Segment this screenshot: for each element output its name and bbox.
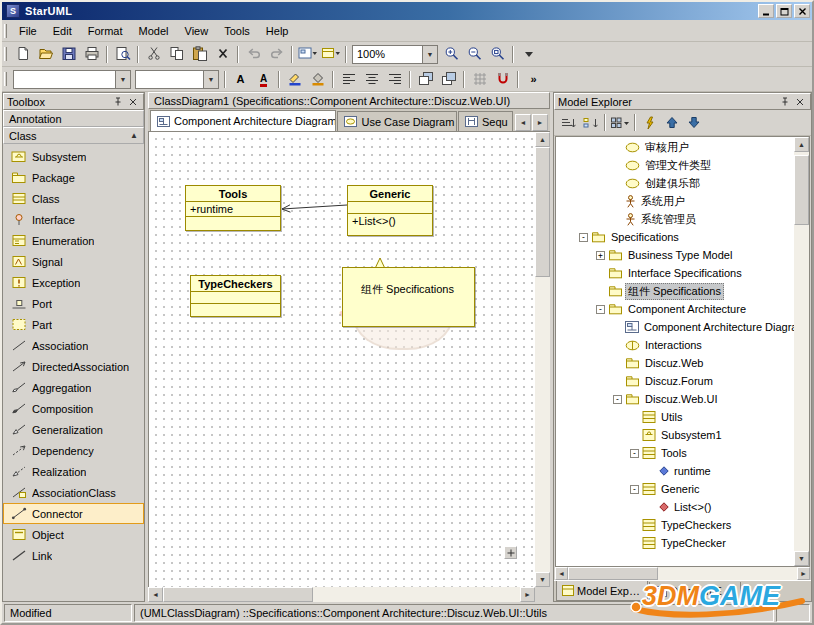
toolbox-item-interface[interactable]: Interface	[3, 209, 144, 230]
toolbox-item-signal[interactable]: Signal	[3, 251, 144, 272]
sort-ascending-button[interactable]	[557, 113, 579, 133]
tree-item-component-architecture-diagram[interactable]: Component Architecture Diagram	[556, 318, 794, 336]
canvas-vertical-scrollbar[interactable]: ▲ ▼	[535, 132, 550, 587]
chevron-down-icon[interactable]: ▼	[115, 71, 130, 88]
tree-item-discuz-web-ui[interactable]: -Discuz.Web.UI	[556, 390, 794, 408]
menu-model[interactable]: Model	[131, 22, 177, 40]
tree-scroll-right-icon[interactable]: ►	[797, 567, 810, 580]
tree-item-interactions[interactable]: Interactions	[556, 336, 794, 354]
cut-button[interactable]	[142, 44, 165, 65]
style-combo[interactable]: ▼	[135, 70, 219, 89]
zoom-in-button[interactable]	[440, 44, 463, 65]
toolbar-standard-grip[interactable]	[4, 47, 7, 61]
toolbox-item-realization[interactable]: Realization	[3, 461, 144, 482]
canvas-horizontal-scrollbar[interactable]: ◄ ►	[148, 587, 535, 602]
menu-format[interactable]: Format	[80, 22, 131, 40]
zoom-fit-button[interactable]	[486, 44, 509, 65]
diagram-tab-use-case-diagram[interactable]: Use Case Diagram	[337, 111, 457, 131]
diagram-canvas[interactable]: ♥ Tools+runtimeGeneric+List<>()TypeCheck…	[148, 132, 535, 587]
view-options-dropdown-button[interactable]	[517, 44, 540, 65]
tree-hscroll-track[interactable]	[568, 567, 797, 580]
font-color-button[interactable]: A	[252, 69, 275, 90]
tree-item-list[interactable]: List<>()	[556, 498, 794, 516]
new-button[interactable]	[11, 44, 34, 65]
toolbox-item-aggregation[interactable]: Aggregation	[3, 377, 144, 398]
add-diagram-button[interactable]	[296, 44, 319, 65]
toolbox-item-link[interactable]: Link	[3, 545, 144, 566]
tree-vertical-scrollbar[interactable]: ▲ ▼	[794, 137, 809, 566]
bring-to-front-button[interactable]	[414, 69, 437, 90]
menu-tools[interactable]: Tools	[216, 22, 258, 40]
expand-toggle-icon[interactable]: -	[630, 449, 639, 458]
scroll-right-icon[interactable]: ►	[520, 587, 535, 602]
diagram-tab-component-architecture-diagram[interactable]: Component Architecture Diagram	[150, 110, 336, 131]
view-options-button[interactable]	[609, 113, 631, 133]
toolbar-overflow-button[interactable]: »	[522, 69, 545, 90]
tree-item-row-4[interactable]: 系统管理员	[556, 210, 794, 228]
stereotype-combo[interactable]: ▼	[13, 70, 131, 89]
zoom-combo[interactable]: 100%▼	[352, 45, 438, 64]
toolbox-item-port[interactable]: Port	[3, 293, 144, 314]
model-explorer-pin-button[interactable]	[778, 95, 792, 108]
save-button[interactable]	[57, 44, 80, 65]
toolbox-item-composition[interactable]: Composition	[3, 398, 144, 419]
snap-to-grid-button[interactable]	[491, 69, 514, 90]
tree-scroll-left-icon[interactable]: ◄	[555, 567, 568, 580]
add-element-button[interactable]	[319, 44, 342, 65]
tree-item-runtime[interactable]: runtime	[556, 462, 794, 480]
send-to-back-button[interactable]	[437, 69, 460, 90]
title-bar[interactable]: S StarUML	[2, 2, 812, 20]
tree-hscroll-thumb[interactable]	[568, 567, 658, 580]
align-center-button[interactable]	[360, 69, 383, 90]
move-down-button[interactable]	[683, 113, 705, 133]
menu-grip[interactable]	[4, 24, 7, 38]
toolbox-item-association[interactable]: Association	[3, 335, 144, 356]
fill-color-button[interactable]	[306, 69, 329, 90]
close-button[interactable]	[794, 4, 810, 18]
menu-help[interactable]: Help	[258, 22, 297, 40]
tree-item-row-0[interactable]: 审核用户	[556, 138, 794, 156]
expand-toggle-icon[interactable]: -	[613, 395, 622, 404]
canvas-vscroll-thumb[interactable]	[535, 147, 550, 277]
tree-item-row-1[interactable]: 管理文件类型	[556, 156, 794, 174]
scroll-up-icon[interactable]: ▲	[535, 132, 550, 147]
scroll-left-icon[interactable]: ◄	[148, 587, 163, 602]
class-shape-tools[interactable]: Tools+runtime	[185, 185, 281, 231]
print-preview-button[interactable]	[111, 44, 134, 65]
toolbox-item-package[interactable]: Package	[3, 167, 144, 188]
package-shape[interactable]: 组件 Specifications	[342, 267, 475, 327]
canvas-hscroll-thumb[interactable]	[163, 587, 313, 602]
explorer-tab-diagram-explorer[interactable]: Diagram Explorer	[649, 582, 741, 601]
toolbox-item-associationclass[interactable]: AssociationClass	[3, 482, 144, 503]
toolbox-item-exception[interactable]: Exception	[3, 272, 144, 293]
canvas-plus-button[interactable]	[504, 546, 517, 559]
tree-item-typecheckers[interactable]: TypeCheckers	[556, 516, 794, 534]
tree-scroll-down-icon[interactable]: ▼	[794, 551, 809, 566]
tree-scroll-up-icon[interactable]: ▲	[794, 137, 809, 152]
tree-item-discuz-forum[interactable]: Discuz.Forum	[556, 372, 794, 390]
toolbox-close-button[interactable]	[126, 95, 140, 108]
toolbox-item-connector[interactable]: Connector	[3, 503, 144, 524]
tree-item-business-type-model[interactable]: +Business Type Model	[556, 246, 794, 264]
move-up-button[interactable]	[661, 113, 683, 133]
class-shape-generic[interactable]: Generic+List<>()	[347, 185, 433, 236]
scroll-down-icon[interactable]: ▼	[535, 572, 550, 587]
tree-item-interface-specifications[interactable]: Interface Specifications	[556, 264, 794, 282]
font-button[interactable]: A	[229, 69, 252, 90]
minimize-button[interactable]	[758, 4, 774, 18]
tree-item-generic[interactable]: -Generic	[556, 480, 794, 498]
tree-item-typechecker[interactable]: TypeChecker	[556, 534, 794, 552]
toolbox-item-part[interactable]: Part	[3, 314, 144, 335]
filter-button[interactable]	[639, 113, 661, 133]
redo-button[interactable]	[265, 44, 288, 65]
maximize-button[interactable]	[776, 4, 792, 18]
tree-item-subsystem1[interactable]: Subsystem1	[556, 426, 794, 444]
menu-file[interactable]: File	[11, 22, 45, 40]
toolbox-item-enumeration[interactable]: Enumeration	[3, 230, 144, 251]
toolbox-item-subsystem[interactable]: Subsystem	[3, 146, 144, 167]
tree-item-row-2[interactable]: 创建俱乐部	[556, 174, 794, 192]
toolbox-item-class[interactable]: Class	[3, 188, 144, 209]
toolbox-item-object[interactable]: Object	[3, 524, 144, 545]
toolbox-pin-button[interactable]	[111, 95, 125, 108]
toolbox-group-class[interactable]: Class ▲	[3, 127, 144, 144]
